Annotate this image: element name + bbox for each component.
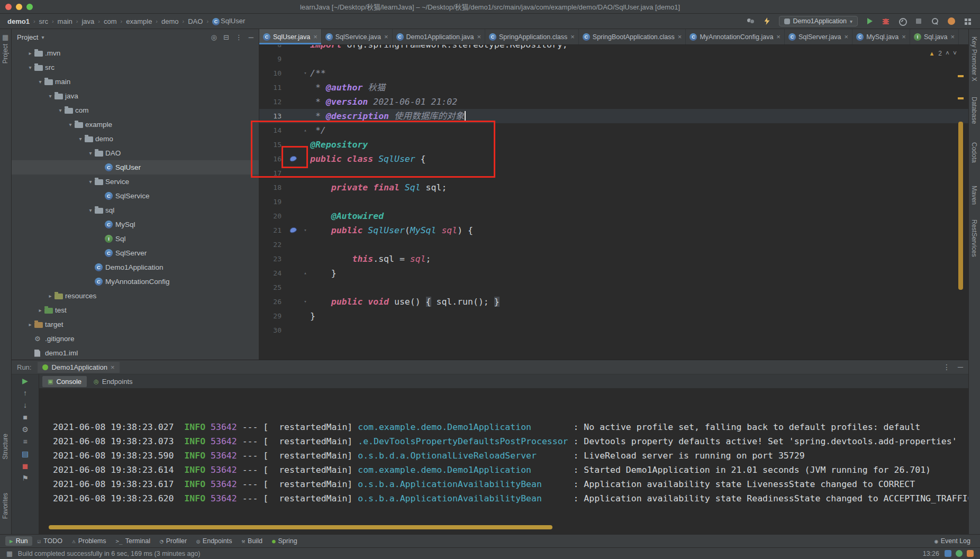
breadcrumb-item-java[interactable]: java <box>81 17 94 25</box>
chevron-collapsed-icon[interactable]: ▸ <box>46 293 55 299</box>
fold-marker[interactable]: ▴ <box>301 123 310 138</box>
chevron-expanded-icon[interactable]: ▾ <box>56 107 65 113</box>
tree-item-Service[interactable]: ▾Service <box>12 175 259 189</box>
lightning-icon[interactable] <box>763 17 772 25</box>
tree-item-test[interactable]: ▸test <box>12 303 259 317</box>
close-button[interactable] <box>5 4 12 10</box>
breadcrumb-item-demo1[interactable]: demo1 <box>7 17 30 25</box>
tree-item-MyAnnotationConfig[interactable]: CMyAnnotationConfig <box>12 274 259 289</box>
run-config-selector[interactable]: Demo1Application ▾ <box>779 16 858 26</box>
locate-icon[interactable]: ◎ <box>211 33 217 41</box>
stripe-label-favorites[interactable]: Favorites <box>2 493 9 519</box>
tree-item-demo[interactable]: ▾demo <box>12 132 259 146</box>
console-hscrollbar-thumb[interactable] <box>49 525 552 529</box>
chevron-expanded-icon[interactable]: ▾ <box>76 136 85 142</box>
tool-window-button-todo[interactable]: ☑TODO <box>33 536 67 546</box>
tool-window-switcher-icon[interactable]: ▦ <box>6 549 13 557</box>
prev-warning-icon[interactable]: ˄ <box>946 47 949 61</box>
fold-marker[interactable]: ▾ <box>301 223 310 237</box>
down-stack-trace-icon[interactable]: ↓ <box>23 401 27 409</box>
pin-icon[interactable]: ⚑ <box>22 474 29 482</box>
chevron-expanded-icon[interactable]: ▾ <box>46 93 55 99</box>
chevron-collapsed-icon[interactable]: ▸ <box>26 322 34 327</box>
chevron-expanded-icon[interactable]: ▾ <box>86 150 95 156</box>
layout-icon[interactable] <box>963 17 973 25</box>
tree-item-DAO[interactable]: ▾DAO <box>12 146 259 160</box>
close-icon[interactable]: × <box>384 33 388 41</box>
tree-item-sql[interactable]: ▾sql <box>12 203 259 217</box>
editor-tab-SqlService.java[interactable]: CSqlService.java× <box>322 29 393 44</box>
tree-item-.mvn[interactable]: ▸.mvn <box>12 46 259 60</box>
tree-item-main[interactable]: ▾main <box>12 75 259 89</box>
editor-scrollbar-thumb[interactable] <box>958 122 963 290</box>
stop-icon[interactable] <box>914 17 923 25</box>
stripe-label-restservices[interactable]: RestServices <box>970 219 978 257</box>
inspection-widget[interactable]: ▲ 2 ˄ ˅ <box>929 47 957 61</box>
fold-marker[interactable]: ▾ <box>301 66 310 80</box>
run-view-tab-console[interactable]: ▣Console <box>42 376 87 387</box>
rerun-icon[interactable]: ▶ <box>22 377 28 384</box>
editor-tab-SpringApplication.class[interactable]: CSpringApplication.class× <box>485 29 579 44</box>
tree-item-Sql[interactable]: ISql <box>12 232 259 246</box>
chevron-expanded-icon[interactable]: ▾ <box>26 65 34 70</box>
breadcrumb-item-DAO[interactable]: DAO <box>188 17 203 25</box>
chevron-collapsed-icon[interactable]: ▸ <box>36 307 44 313</box>
fold-marker[interactable]: ▾ <box>301 295 310 309</box>
tree-item-SqlServer[interactable]: CSqlServer <box>12 246 259 260</box>
chevron-expanded-icon[interactable]: ▾ <box>66 122 75 127</box>
breadcrumb-item-demo[interactable]: demo <box>161 17 179 25</box>
close-icon[interactable]: × <box>477 33 481 41</box>
tree-item-SqlService[interactable]: CSqlService <box>12 189 259 203</box>
tree-item-src[interactable]: ▾src <box>12 60 259 75</box>
status-widget-green-icon[interactable] <box>956 550 963 557</box>
avatar-icon[interactable] <box>947 17 956 25</box>
editor-tab-MySql.java[interactable]: CMySql.java× <box>852 29 910 44</box>
project-tool-icon[interactable]: ▦ <box>2 33 8 41</box>
stripe-label-key-promoter-x[interactable]: Key Promoter X <box>970 36 978 81</box>
tree-item-MySql[interactable]: CMySql <box>12 217 259 232</box>
debug-icon[interactable] <box>881 17 891 25</box>
close-icon[interactable]: × <box>313 33 317 41</box>
tree-item-resources[interactable]: ▸resources <box>12 289 259 303</box>
close-icon[interactable]: × <box>678 33 682 41</box>
warning-stripe-mark[interactable] <box>958 75 964 77</box>
next-warning-icon[interactable]: ˅ <box>953 47 957 61</box>
hide-icon[interactable]: ─ <box>249 33 253 41</box>
close-icon[interactable]: × <box>950 33 955 41</box>
breadcrumb-item-src[interactable]: src <box>39 17 48 25</box>
profiler-icon[interactable] <box>897 17 907 25</box>
tree-item-example[interactable]: ▾example <box>12 117 259 132</box>
chevron-collapsed-icon[interactable]: ▸ <box>26 50 34 56</box>
close-icon[interactable]: × <box>111 363 115 371</box>
editor-tab-Sql.java[interactable]: ISql.java× <box>910 29 959 44</box>
collapse-all-icon[interactable]: ⊟ <box>223 33 229 41</box>
search-icon[interactable] <box>930 17 940 25</box>
close-icon[interactable]: × <box>902 33 906 41</box>
tool-window-button-spring[interactable]: ●Spring <box>268 536 302 546</box>
options-icon[interactable]: ⋮ <box>235 33 242 41</box>
stripe-label-maven[interactable]: Maven <box>970 186 978 205</box>
tree-item-target[interactable]: ▸target <box>12 317 259 332</box>
status-widget-orange-icon[interactable] <box>967 550 974 557</box>
tool-window-button-terminal[interactable]: >_Terminal <box>112 536 155 546</box>
zoom-button[interactable] <box>26 4 33 10</box>
more-options-icon[interactable]: ⋮ <box>943 363 950 371</box>
editor-tab-SqlUser.java[interactable]: CSqlUser.java× <box>259 29 322 44</box>
tool-window-button-event-log[interactable]: ◉Event Log <box>930 536 975 546</box>
editor-tab-SqlServer.java[interactable]: CSqlServer.java× <box>785 29 852 44</box>
chevron-expanded-icon[interactable]: ▾ <box>86 179 95 185</box>
tree-item-Demo1Application[interactable]: CDemo1Application <box>12 260 259 274</box>
scroll-to-end-icon[interactable]: ▤ <box>22 450 29 457</box>
tree-item-demo1.iml[interactable]: demo1.iml <box>12 346 259 360</box>
chevron-expanded-icon[interactable]: ▾ <box>86 207 95 213</box>
code-editor[interactable]: 8import org.springframework.stereotype.R… <box>259 45 968 360</box>
minimize-button[interactable] <box>16 4 22 10</box>
status-widget-blue-icon[interactable] <box>945 550 951 557</box>
spring-bean-icon[interactable] <box>289 226 298 234</box>
tree-item-SqlUser[interactable]: CSqlUser <box>12 160 259 175</box>
editor-tab-SpringBootApplication.class[interactable]: CSpringBootApplication.class× <box>579 29 686 44</box>
users-icon[interactable] <box>746 17 756 25</box>
chevron-expanded-icon[interactable]: ▾ <box>36 79 44 85</box>
console-output[interactable]: 2021-06-08 19:38:23.027 INFO 53642 --- [… <box>39 388 968 534</box>
tool-window-button-build[interactable]: ⚒Build <box>237 536 266 546</box>
